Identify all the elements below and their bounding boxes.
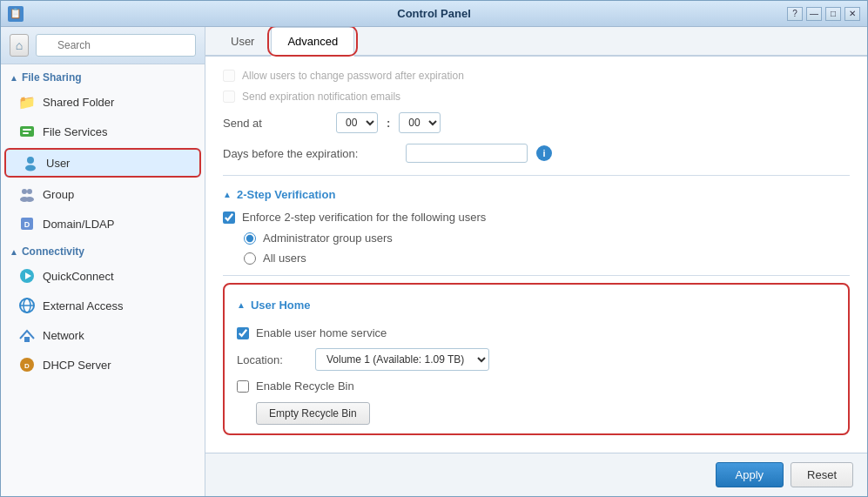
user-home-section: ▲ User Home Enable user home service Loc… (223, 283, 850, 435)
window-title: Control Panel (397, 7, 471, 20)
apply-button[interactable]: Apply (716, 462, 784, 487)
right-panel: User Advanced Allow users to change pass… (205, 27, 867, 496)
svg-rect-16 (24, 337, 30, 342)
enable-user-home-row: Enable user home service (237, 322, 836, 344)
all-users-row: All users (223, 248, 850, 268)
sidebar-item-user[interactable]: User (4, 148, 201, 178)
admin-group-label: Administrator group users (263, 232, 393, 245)
send-at-minute-select[interactable]: 00153045 (399, 112, 441, 133)
svg-rect-1 (23, 129, 31, 131)
location-row: Location: Volume 1 (Available: 1.09 TB) (237, 344, 836, 375)
close-button[interactable]: ✕ (844, 7, 860, 21)
section-label: File Sharing (22, 71, 82, 84)
external-access-icon (18, 297, 36, 314)
sidebar-item-quickconnect[interactable]: QuickConnect (1, 261, 205, 291)
app-icon: 📋 (8, 6, 24, 22)
sidebar: ⌂ 🔍 ▲ File Sharing 📁 Shared Folder (1, 27, 205, 496)
enable-recycle-bin-label: Enable Recycle Bin (256, 379, 354, 393)
enforce-2step-checkbox[interactable] (223, 212, 235, 224)
sidebar-item-shared-folder[interactable]: 📁 Shared Folder (1, 87, 205, 117)
send-at-hour-select[interactable]: 0001020612 (336, 112, 378, 133)
maximize-button[interactable]: □ (825, 7, 841, 21)
main-window: 📋 Control Panel ? — □ ✕ ⌂ 🔍 ▲ File Shari… (0, 0, 868, 497)
group-icon (18, 185, 36, 203)
sidebar-item-dhcp-server[interactable]: D DHCP Server (1, 350, 205, 379)
tab-bar: User Advanced (205, 27, 867, 57)
location-select[interactable]: Volume 1 (Available: 1.09 TB) (315, 348, 489, 371)
help-button[interactable]: ? (787, 7, 803, 21)
time-colon: : (387, 117, 390, 130)
sidebar-item-network[interactable]: Network (1, 320, 205, 350)
enable-user-home-label: Enable user home service (256, 326, 387, 339)
section-file-sharing[interactable]: ▲ File Sharing (1, 64, 205, 87)
location-label: Location: (237, 353, 306, 366)
sidebar-item-label: DHCP Server (43, 359, 111, 372)
svg-point-6 (27, 189, 32, 194)
enable-user-home-checkbox[interactable] (237, 327, 249, 339)
sidebar-item-label: Shared Folder (43, 96, 114, 109)
network-icon (18, 326, 36, 344)
info-icon[interactable]: i (536, 145, 552, 161)
sidebar-item-external-access[interactable]: External Access (1, 291, 205, 320)
domain-icon: D (18, 215, 36, 232)
tab-advanced-wrapper: Advanced (271, 27, 354, 55)
file-services-icon (18, 123, 36, 140)
svg-point-4 (25, 165, 36, 171)
tab-advanced[interactable]: Advanced (271, 27, 354, 57)
svg-rect-2 (23, 132, 29, 134)
allow-change-password-checkbox[interactable] (223, 70, 235, 82)
two-step-section-title[interactable]: ▲ 2-Step Verification (223, 183, 850, 206)
minimize-button[interactable]: — (806, 7, 822, 21)
sidebar-item-label: User (46, 157, 70, 170)
search-wrapper: 🔍 (36, 34, 196, 57)
allow-change-password-label: Allow users to change password after exp… (242, 70, 464, 82)
admin-group-radio[interactable] (244, 232, 256, 245)
empty-recycle-bin-button[interactable]: Empty Recycle Bin (256, 402, 370, 425)
days-label: Days before the expiration: (223, 147, 397, 160)
user-item-container: User (4, 148, 201, 178)
panel-content: Allow users to change password after exp… (205, 57, 867, 453)
reset-button[interactable]: Reset (791, 462, 853, 487)
divider-2 (223, 275, 850, 276)
section-arrow: ▲ (10, 73, 18, 83)
title-bar-controls: ? — □ ✕ (787, 7, 860, 21)
sidebar-item-file-services[interactable]: File Services (1, 117, 205, 146)
svg-point-3 (27, 157, 34, 164)
quickconnect-icon (18, 267, 36, 285)
search-input[interactable] (36, 34, 196, 57)
allow-change-password-row: Allow users to change password after exp… (223, 65, 850, 86)
send-notification-checkbox[interactable] (223, 91, 235, 103)
sidebar-item-group[interactable]: Group (1, 179, 205, 209)
sidebar-header: ⌂ 🔍 (1, 27, 205, 64)
shared-folder-icon: 📁 (18, 93, 36, 111)
enable-recycle-bin-checkbox[interactable] (237, 380, 249, 393)
user-home-label: User Home (251, 299, 311, 312)
sidebar-item-domain-ldap[interactable]: D Domain/LDAP (1, 209, 205, 238)
section-connectivity[interactable]: ▲ Connectivity (1, 238, 205, 261)
sidebar-item-label: Domain/LDAP (43, 218, 114, 231)
section-label: Connectivity (22, 245, 84, 258)
days-expiration-row: Days before the expiration: i (223, 138, 850, 168)
dhcp-icon: D (18, 356, 36, 373)
all-users-radio[interactable] (244, 252, 256, 265)
svg-point-8 (25, 197, 34, 202)
divider-1 (223, 175, 850, 176)
user-icon (22, 154, 39, 171)
svg-text:D: D (24, 220, 30, 229)
title-bar-left: 📋 (8, 6, 24, 22)
send-at-row: Send at 0001020612 : 00153045 (223, 107, 850, 138)
two-step-arrow: ▲ (223, 190, 232, 199)
home-button[interactable]: ⌂ (10, 34, 29, 57)
sidebar-item-label: File Services (43, 125, 107, 138)
days-input[interactable] (406, 144, 528, 163)
send-notification-label: Send expiration notification emails (242, 91, 400, 103)
sidebar-item-label: QuickConnect (43, 270, 114, 283)
admin-group-row: Administrator group users (223, 228, 850, 248)
section-arrow: ▲ (10, 247, 18, 257)
enable-recycle-bin-row: Enable Recycle Bin (237, 375, 836, 397)
all-users-label: All users (263, 252, 306, 265)
sidebar-item-label: External Access (43, 299, 124, 312)
user-home-title-row[interactable]: ▲ User Home (237, 293, 836, 317)
send-notification-row: Send expiration notification emails (223, 86, 850, 107)
tab-user[interactable]: User (214, 27, 271, 57)
